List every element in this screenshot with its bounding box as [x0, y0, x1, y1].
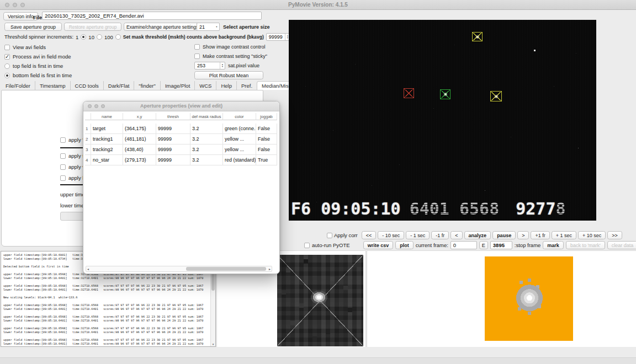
- tab-help[interactable]: Help: [216, 81, 236, 90]
- radio-increment-1[interactable]: [81, 34, 86, 40]
- cell-xy[interactable]: (481,181): [123, 134, 156, 144]
- cell-thresh[interactable]: 99999: [156, 144, 190, 155]
- col-header-color[interactable]: color: [223, 113, 256, 120]
- cell-radius[interactable]: 3.2: [190, 134, 223, 144]
- cell-color[interactable]: red (standard): [223, 155, 256, 165]
- cell-xy[interactable]: (438,40): [123, 144, 156, 155]
- cell-joggable[interactable]: False: [256, 134, 277, 144]
- minus-10-sec-button[interactable]: - 10 sec: [378, 231, 404, 239]
- col-header-thresh[interactable]: thresh: [156, 113, 190, 120]
- col-header-xy[interactable]: x,y: [123, 113, 156, 120]
- analyze-button[interactable]: analyze: [464, 231, 491, 239]
- save-aperture-group-button[interactable]: Save aperture group: [4, 23, 62, 31]
- scroll-down-icon[interactable]: ▾: [211, 342, 215, 346]
- cell-radius[interactable]: 3.2: [190, 155, 223, 165]
- cell-color[interactable]: green (conne...: [223, 124, 256, 134]
- thumbnail-two-image[interactable]: [485, 256, 573, 341]
- pause-button[interactable]: pause: [492, 231, 516, 239]
- apply-corr-checkbox[interactable]: [327, 233, 332, 238]
- cell-name[interactable]: target: [91, 124, 123, 134]
- tab-finder[interactable]: "finder": [134, 81, 160, 90]
- cell-xy[interactable]: (279,173): [123, 155, 156, 165]
- tracking1-aperture-marker[interactable]: [490, 91, 502, 101]
- radio-increment-100[interactable]: [115, 34, 121, 40]
- step-back-button[interactable]: <: [451, 231, 462, 239]
- cell-thresh[interactable]: 99999: [156, 124, 190, 134]
- mark-button[interactable]: mark: [543, 241, 564, 249]
- scrollbar-thumb[interactable]: [186, 267, 266, 271]
- cell-radius[interactable]: 3.2: [190, 144, 223, 155]
- apply-4-checkbox[interactable]: [60, 175, 66, 181]
- scroll-left-icon[interactable]: ◂: [87, 267, 89, 271]
- step-forward-button[interactable]: >: [517, 231, 529, 239]
- write-csv-button[interactable]: write csv: [363, 241, 394, 249]
- scroll-right-icon[interactable]: ▸: [269, 267, 271, 271]
- auto-run-pyote-checkbox[interactable]: [304, 243, 310, 248]
- tracking2-aperture-marker[interactable]: [472, 32, 483, 41]
- dialog-horizontal-scrollbar[interactable]: ◂ ▸: [86, 266, 272, 272]
- plot-robust-mean-button[interactable]: Plot Robust Mean: [194, 71, 263, 79]
- mask-threshold-spinner[interactable]: 99999 ▴▾: [266, 33, 290, 41]
- restore-aperture-group-button[interactable]: Restore aperture group: [64, 23, 121, 31]
- spinner-arrows-icon[interactable]: ▴▾: [220, 62, 225, 69]
- cell-thresh[interactable]: 99999: [156, 134, 190, 144]
- tab-pref[interactable]: Pref.: [236, 81, 257, 90]
- back-to-mark-button[interactable]: back to 'mark': [566, 241, 605, 249]
- view-avi-fields-checkbox[interactable]: [4, 45, 10, 50]
- file-input[interactable]: 20260130_73025_2002_ER74_Bender.avi: [42, 12, 262, 20]
- plus-1-sec-button[interactable]: + 1 sec: [552, 231, 576, 239]
- vti-frame-digit: 8: [556, 201, 566, 217]
- transport-controls: Apply corr << - 10 sec - 1 sec -1 fr < a…: [327, 231, 622, 239]
- target-aperture-marker[interactable]: [440, 89, 451, 99]
- combo-arrow-icon: ▾: [214, 23, 219, 30]
- cell-color[interactable]: yellow ...: [223, 144, 256, 155]
- apply-1-checkbox[interactable]: [60, 137, 66, 143]
- plus-10-sec-button[interactable]: + 10 sec: [578, 231, 606, 239]
- clear-data-button[interactable]: clear data: [607, 241, 636, 249]
- cell-name[interactable]: tracking2: [91, 144, 123, 155]
- cell-joggable[interactable]: False: [256, 124, 277, 134]
- cell-color[interactable]: yellow ...: [223, 134, 256, 144]
- process-field-mode-checkbox[interactable]: [4, 54, 10, 60]
- no-star-aperture-marker[interactable]: [404, 88, 414, 98]
- plot-button[interactable]: plot: [395, 241, 414, 249]
- tab-timestamp[interactable]: Timestamp: [35, 81, 70, 90]
- aperture-size-combo[interactable]: 21 ▾: [197, 23, 220, 31]
- sticky-contrast-checkbox[interactable]: [194, 53, 200, 59]
- col-header-radius[interactable]: def mask radius: [190, 113, 223, 120]
- cell-thresh[interactable]: 99999: [156, 155, 190, 165]
- rewind-button[interactable]: <<: [362, 231, 377, 239]
- stop-frame-input[interactable]: 3895: [490, 241, 512, 249]
- sat-pixel-spinner[interactable]: 253 ▴▾: [194, 62, 225, 69]
- bottom-field-first-radio[interactable]: [4, 73, 10, 78]
- minus-1-frame-button[interactable]: -1 fr: [431, 231, 449, 239]
- apply-2-checkbox[interactable]: [60, 153, 66, 159]
- target-thumbnail-image[interactable]: [277, 255, 363, 346]
- plus-1-frame-button[interactable]: +1 fr: [531, 231, 549, 239]
- tab-dark-flat[interactable]: Dark/Flat: [103, 81, 134, 90]
- e-button[interactable]: E: [479, 241, 488, 249]
- tab-file-folder[interactable]: File/Folder: [1, 81, 35, 90]
- current-frame-input[interactable]: 0: [451, 241, 477, 249]
- tab-ccd-tools[interactable]: CCD tools: [70, 81, 103, 90]
- video-frame-display[interactable]: F6 09:05:10 6401 6568 9277 8: [289, 20, 596, 221]
- tab-image-plot[interactable]: Image/Plot: [160, 81, 194, 90]
- apply-3-checkbox[interactable]: [60, 164, 66, 170]
- view-avi-fields-label: View avi fields: [13, 44, 46, 50]
- examine-aperture-settings-button[interactable]: Examine/change aperture settings: [124, 23, 201, 31]
- tab-wcs[interactable]: WCS: [194, 81, 216, 90]
- col-header-name[interactable]: name: [91, 113, 123, 120]
- cell-radius[interactable]: 3.2: [190, 124, 223, 134]
- cell-xy[interactable]: (364,175): [123, 124, 156, 134]
- top-field-first-radio[interactable]: [4, 63, 10, 69]
- cell-name[interactable]: tracking1: [91, 134, 123, 144]
- aperture-table: name x,y thresh def mask radius color jo…: [85, 113, 277, 165]
- cell-name[interactable]: no_star: [91, 155, 123, 165]
- fast-forward-button[interactable]: >>: [607, 231, 622, 239]
- minus-1-sec-button[interactable]: - 1 sec: [406, 231, 430, 239]
- cell-joggable[interactable]: True: [256, 155, 277, 165]
- cell-joggable[interactable]: False: [256, 144, 277, 155]
- radio-increment-10[interactable]: [97, 34, 102, 40]
- show-contrast-checkbox[interactable]: [194, 44, 200, 50]
- col-header-joggable[interactable]: joggab: [256, 113, 277, 120]
